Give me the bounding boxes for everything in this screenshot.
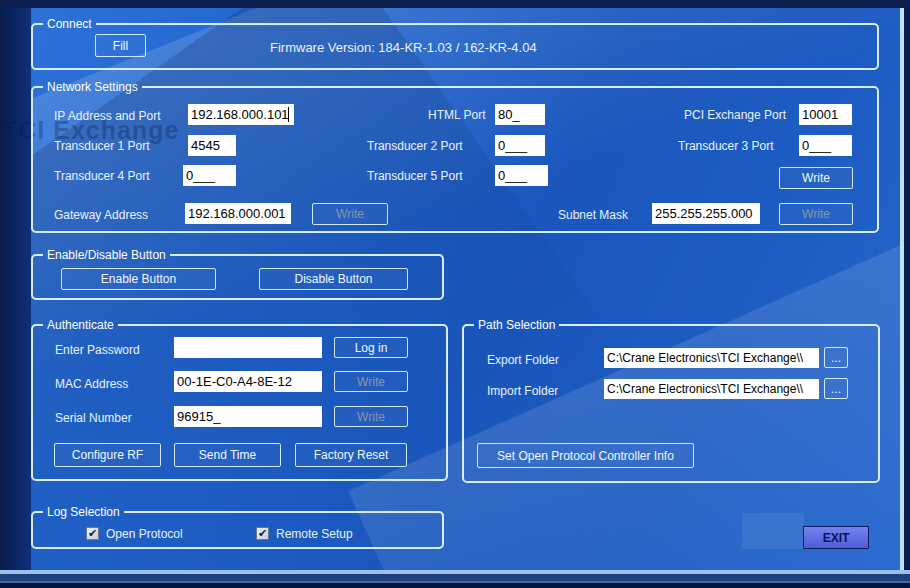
firmware-version-text: Firmware Version: 184-KR-1.03 / 162-KR-4… [270, 40, 537, 55]
import-folder-label: Import Folder [487, 384, 558, 398]
pci-exchange-port-input[interactable] [799, 104, 852, 125]
remote-setup-label: Remote Setup [276, 527, 353, 541]
export-browse-button[interactable]: ... [824, 347, 848, 368]
window-frame-bottom-band [0, 574, 910, 581]
transducer4-port-input[interactable] [183, 165, 236, 186]
ip-address-label: IP Address and Port [54, 109, 161, 123]
serial-write-button[interactable]: Write [334, 406, 408, 427]
transducer5-port-label: Transducer 5 Port [367, 169, 463, 183]
subnet-mask-label: Subnet Mask [558, 208, 628, 222]
send-time-button[interactable]: Send Time [174, 443, 281, 467]
enter-password-label: Enter Password [55, 343, 140, 357]
transducer1-port-label: Transducer 1 Port [54, 139, 150, 153]
window-frame-top [0, 0, 910, 8]
export-folder-input[interactable] [604, 348, 819, 368]
connect-legend: Connect [43, 18, 96, 30]
window-frame-right [904, 8, 910, 588]
import-folder-input[interactable] [604, 379, 819, 399]
exit-button[interactable]: EXIT [803, 526, 869, 549]
transducer1-port-input[interactable] [188, 135, 236, 156]
set-open-protocol-controller-info-button[interactable]: Set Open Protocol Controller Info [477, 443, 694, 468]
mac-write-button[interactable]: Write [334, 371, 408, 392]
mac-address-label: MAC Address [55, 377, 128, 391]
open-protocol-label: Open Protocol [106, 527, 183, 541]
transducer2-port-input[interactable] [495, 135, 545, 156]
ip-address-input[interactable] [188, 104, 294, 125]
serial-number-label: Serial Number [55, 411, 132, 425]
ghost-button-remnant [742, 513, 804, 549]
transducer2-port-label: Transducer 2 Port [367, 139, 463, 153]
html-port-input[interactable] [495, 104, 545, 125]
transducer5-port-input[interactable] [495, 165, 548, 186]
configure-rf-button[interactable]: Configure RF [54, 443, 161, 467]
gateway-address-label: Gateway Address [54, 208, 148, 222]
html-port-label: HTML Port [428, 108, 486, 122]
path-selection-legend: Path Selection [474, 319, 559, 331]
serial-number-input[interactable] [174, 406, 322, 427]
network-settings-legend: Network Settings [43, 81, 142, 93]
subnet-mask-input[interactable] [652, 203, 760, 224]
mac-address-input[interactable] [174, 371, 322, 392]
import-browse-button[interactable]: ... [824, 378, 848, 399]
gateway-address-input[interactable] [185, 203, 291, 224]
pci-exchange-port-label: PCI Exchange Port [684, 108, 786, 122]
enable-disable-legend: Enable/Disable Button [43, 249, 170, 261]
subnet-write-button[interactable]: Write [779, 203, 853, 225]
password-input[interactable] [174, 337, 322, 358]
transducer3-port-label: Transducer 3 Port [678, 139, 774, 153]
enable-button[interactable]: Enable Button [61, 268, 216, 290]
gateway-write-button[interactable]: Write [312, 203, 388, 225]
transducer4-port-label: Transducer 4 Port [54, 169, 150, 183]
transducer3-port-input[interactable] [799, 135, 852, 156]
text-cursor [288, 107, 289, 122]
open-protocol-checkbox[interactable]: ✔ [86, 527, 99, 540]
disable-button[interactable]: Disable Button [259, 268, 408, 290]
log-selection-legend: Log Selection [43, 506, 124, 518]
remote-setup-checkbox[interactable]: ✔ [256, 527, 269, 540]
factory-reset-button[interactable]: Factory Reset [295, 443, 407, 467]
export-folder-label: Export Folder [487, 353, 559, 367]
window-frame-left [0, 8, 31, 588]
network-write-button[interactable]: Write [779, 167, 853, 189]
authenticate-legend: Authenticate [43, 319, 118, 331]
tci-exchange-setup-window: TCI Exchange Connect Fill Firmware Versi… [0, 0, 910, 588]
login-button[interactable]: Log in [334, 337, 408, 358]
fill-button[interactable]: Fill [95, 34, 146, 57]
window-frame-bottom [0, 583, 910, 588]
